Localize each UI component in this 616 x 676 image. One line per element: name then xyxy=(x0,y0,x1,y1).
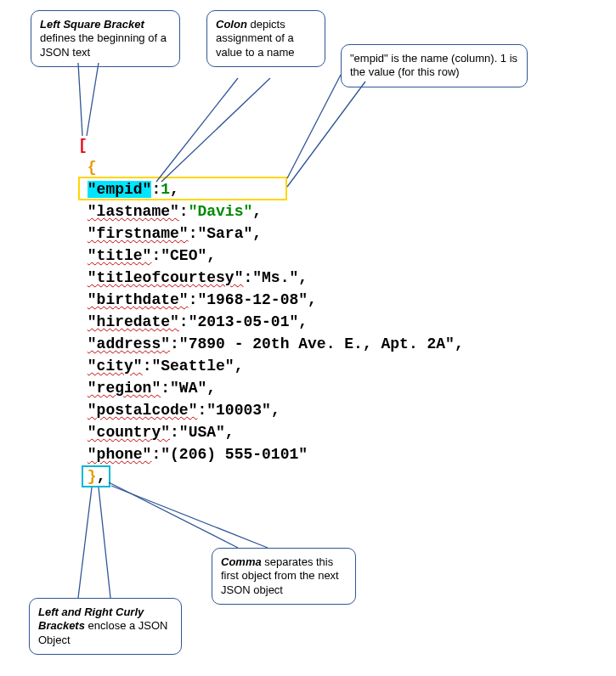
json-trail-5: , xyxy=(308,291,317,308)
json-trail-2: , xyxy=(252,225,262,242)
json-colon-7: : xyxy=(170,335,179,352)
json-key-9: "region" xyxy=(88,380,161,397)
json-colon-8: : xyxy=(143,358,152,375)
json-colon-5: : xyxy=(189,291,198,308)
callout-left-bracket-prefix: Left Square Bracket xyxy=(40,18,144,31)
json-key-10: "postalcode" xyxy=(88,402,198,419)
json-colon-12: : xyxy=(151,446,161,463)
callout-colon: Colon depicts assignment of a value to a… xyxy=(206,10,325,67)
json-trail-4: , xyxy=(298,269,308,286)
json-trail-7: , xyxy=(455,335,464,352)
svg-line-9 xyxy=(111,486,268,548)
svg-line-7 xyxy=(99,487,110,598)
json-value-11: "USA" xyxy=(179,424,225,441)
svg-line-1 xyxy=(87,63,99,136)
json-key-6: "hiredate" xyxy=(88,313,179,330)
json-colon-3: : xyxy=(151,247,161,264)
callout-comma: Comma separates this first object from t… xyxy=(212,548,356,605)
json-colon-2: : xyxy=(189,225,198,242)
json-colon-4: : xyxy=(243,269,252,286)
json-key-4: "titleofcourtesy" xyxy=(88,269,244,286)
json-colon-11: : xyxy=(170,424,179,441)
json-value-8: "Seattle" xyxy=(151,358,234,375)
json-value-10: "10003" xyxy=(206,402,271,419)
svg-line-8 xyxy=(109,482,238,548)
callout-comma-prefix: Comma xyxy=(221,555,262,568)
highlight-box-close-comma xyxy=(82,465,110,487)
json-value-4: "Ms." xyxy=(252,269,298,286)
json-trail-10: , xyxy=(271,402,280,419)
json-trail-1: , xyxy=(252,203,262,220)
open-array-bracket: [ xyxy=(78,137,88,154)
json-trail-3: , xyxy=(206,247,216,264)
callout-left-bracket: Left Square Bracket defines the beginnin… xyxy=(31,10,180,67)
json-colon-10: : xyxy=(197,402,206,419)
callout-curly: Left and Right Curly Brackets enclose a … xyxy=(29,598,182,655)
json-key-7: "address" xyxy=(88,335,170,352)
open-object-brace: { xyxy=(88,159,97,176)
json-colon-9: : xyxy=(161,380,170,397)
json-value-12: "(206) 555-0101" xyxy=(161,446,308,463)
json-trail-6: , xyxy=(298,313,308,330)
json-key-12: "phone" xyxy=(88,446,152,463)
json-value-3: "CEO" xyxy=(161,247,206,264)
svg-line-0 xyxy=(78,63,82,136)
callout-left-bracket-rest: defines the beginning of a JSON text xyxy=(40,31,167,58)
json-key-11: "country" xyxy=(88,424,170,441)
json-key-3: "title" xyxy=(88,247,152,264)
json-value-1: "Davis" xyxy=(189,203,253,220)
json-trail-9: , xyxy=(206,380,216,397)
json-key-5: "birthdate" xyxy=(88,291,189,308)
json-value-6: "2013-05-01" xyxy=(189,313,299,330)
json-trail-11: , xyxy=(225,424,235,441)
callout-colon-prefix: Colon xyxy=(216,18,247,31)
json-key-8: "city" xyxy=(88,358,143,375)
json-colon-1: : xyxy=(179,203,189,220)
json-value-7: "7890 - 20th Ave. E., Apt. 2A" xyxy=(179,335,455,352)
json-key-2: "firstname" xyxy=(88,225,189,242)
json-key-1: "lastname" xyxy=(88,203,179,220)
json-colon-6: : xyxy=(179,313,189,330)
highlight-box-empid-row xyxy=(78,177,287,200)
json-value-9: "WA" xyxy=(170,380,206,397)
callout-empid-text: "empid" is the name (column). 1 is the v… xyxy=(350,52,517,78)
json-value-2: "Sara" xyxy=(197,225,252,242)
callout-empid-name: "empid" is the name (column). 1 is the v… xyxy=(341,44,528,87)
svg-line-6 xyxy=(78,487,92,598)
json-trail-8: , xyxy=(235,358,244,375)
json-value-5: "1968-12-08" xyxy=(197,291,308,308)
